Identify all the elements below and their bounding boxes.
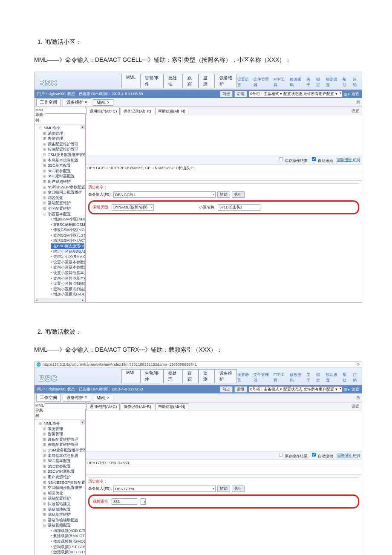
ws2-mml[interactable]: MML × [93,395,113,401]
ws-tab-workspace[interactable]: 工作空间 [36,98,61,106]
tree-leaf[interactable]: 查询载频(LST GTRX) [51,544,84,550]
tab2-trace[interactable]: 跟踪 [183,369,199,383]
tree-leaf[interactable]: 增加载频(ADD GTRX) [51,528,84,534]
tree-leaf[interactable]: 设置小区基本参数(SET GCE [51,260,84,265]
tree-leaf[interactable]: 设置小区频点扫描(SET GCE [51,281,84,286]
forward-btn2[interactable]: 前进 [220,386,233,393]
tree-node[interactable]: 设备配置维护管理 [43,437,84,442]
save-checkbox[interactable] [279,157,283,161]
tree-leaf[interactable]: 查询小区其他基本参数(LST [51,276,84,281]
m2-7[interactable]: 帮助 [343,372,349,383]
tab-monitor[interactable]: 监测 [199,74,214,88]
tree-node[interactable]: 邻区优化 [43,195,84,201]
tree-node[interactable]: 用户资源维护 [43,474,84,480]
tree-node[interactable]: BSC软参配置 [43,168,84,174]
op2-maint[interactable]: 通用维护(Alt+C) [86,403,120,410]
tree-node[interactable]: 本局基本信息配置 [43,453,84,459]
m2-8[interactable]: 注销 [353,372,359,383]
tree-node[interactable]: BSC基本配置 [43,458,84,464]
tree-leaf[interactable]: 查询小区频点扫描(LST GCE [51,286,84,292]
settings2[interactable]: 设置 [350,403,361,410]
tree-node[interactable]: 用户资源维护 [43,179,84,185]
m2-0[interactable]: 设置语言 [237,372,251,383]
tab2-device[interactable]: 设备维护 [215,369,237,383]
tree-node[interactable]: BSC基本配置 [43,163,84,168]
autoscroll-checkbox[interactable] [312,157,316,161]
tree-leaf[interactable]: 去绑定小区(RMV CELLBIND) [51,254,84,260]
m2-6[interactable]: 锁定设置 [326,372,339,383]
tab2-alarm[interactable]: 告警/事件 [140,369,164,383]
tree-node[interactable]: 基站属地配置 [43,507,84,512]
menu-about[interactable]: 关于 [306,77,313,88]
op-tab-help[interactable]: 帮助信息(Alt+N) [155,108,188,115]
tree-node[interactable]: 空口帧同步配置维护 [43,485,84,491]
tree-node[interactable]: 基站配置维护 [43,496,84,501]
menu-pwd[interactable]: 修改密码 [290,77,303,88]
tree-node[interactable]: 基站载频配置 [43,523,84,528]
tree-node[interactable]: 基站传输辅助配置 [43,517,84,523]
m2-2[interactable]: FTP工具 [274,372,286,383]
tree-leaf[interactable]: 修改载频频点(MOD GTRX) [51,539,84,544]
ws2-workspace[interactable]: 工作空间 [36,394,61,402]
menu-lock[interactable]: 锁定 [316,77,323,88]
tree-leaf[interactable]: 在BSC侧删除GSM小区(RMV [51,222,84,228]
tree-node[interactable]: GSM业务配置维护管理 [43,448,84,453]
tab-alarm[interactable]: 告警/事件 [140,74,164,88]
tree-leaf[interactable]: 查询小区基本参数(LST GCE [51,265,84,270]
back-btn2[interactable]: 后退 [234,386,247,393]
tree-leaf[interactable]: 增加小区频点(ADD GCELLFR [51,292,84,297]
op2-log[interactable]: 操作记录(Alt+R) [121,403,154,410]
tree-leaf[interactable]: 修改GSM小区(MOD GCELL) [51,227,84,233]
m2-1[interactable]: 文件管理器 [254,372,270,383]
aux-btn2[interactable]: 辅助 [217,486,230,492]
tree-leaf[interactable]: 绑定小区到基站(ADD CELLB [51,249,84,254]
tree-leaf[interactable]: 激活GSM小区(ACT GCELL) [51,238,84,243]
auto-cb2[interactable] [312,453,316,457]
scroll-up2[interactable]: ▴ [81,420,85,425]
quick-link2[interactable]: 速查 [352,387,359,392]
tree-node[interactable]: 小区配置维护 [43,206,84,211]
tab2-mml[interactable]: MML [121,369,140,383]
menu-ftp[interactable]: FTP工具 [274,77,286,88]
tree-node[interactable]: 系统管理 [43,131,84,136]
aux-btn[interactable]: 辅助 [217,191,230,198]
tree-node[interactable]: BSC定时器配置 [43,173,84,179]
forward-btn[interactable]: 前进 [220,91,233,97]
tab-batch[interactable]: 批处理 [164,74,183,88]
ws2-device[interactable]: 设备维护 × [63,394,91,402]
back-btn[interactable]: 后退 [234,91,247,97]
refresh-icon[interactable]: ⟳ [357,362,360,367]
tree-node[interactable]: 空口帧同步配置维护 [43,190,84,195]
m2-4[interactable]: 关于 [306,372,313,383]
tree-node[interactable]: 本局基本信息配置 [43,158,84,163]
tree-leaf[interactable]: 查询GSM小区(LST GCELL) [51,233,84,238]
menu-file[interactable]: 文件管理器 [254,77,270,88]
op-tab-log[interactable]: 操作记录(Alt+R) [121,108,154,115]
m2-5[interactable]: 锁定 [316,372,323,383]
tree-node[interactable]: 告警管理 [43,136,84,142]
exec-btn[interactable]: 执行 [232,191,245,198]
tree-leaf[interactable]: 激活载频(ACT GTRX) [51,549,84,555]
clear2[interactable]: 清除报告 (F6) [337,453,360,458]
tree2-root[interactable]: MML命令 [39,421,84,426]
tree-node[interactable]: GSM业务配置维护管理 [43,152,84,158]
tree-node[interactable]: BSC软参配置 [43,464,84,469]
tree-node[interactable]: 传输配置维护管理 [43,147,84,152]
index-type-select[interactable]: BYNAME(按照名称) [112,204,154,211]
menu-help[interactable]: 帮助 [343,77,349,88]
tree-node[interactable]: 设备配置维护管理 [43,142,84,147]
menu-lockset[interactable]: 锁定设置 [326,77,339,88]
tree-hscroll[interactable]: ◂▸ [35,298,85,302]
quick-link[interactable]: 速查 [352,91,359,97]
tree-node[interactable]: 小区基本配置 [43,211,84,217]
ws-tab-mml[interactable]: MML × [93,99,113,106]
ws-tab-device[interactable]: 设备维护 × [63,98,91,106]
scroll-up-icon[interactable]: ▴ [81,125,85,129]
tree-node[interactable]: 基站配置维护 [43,200,84,206]
save-cb2[interactable] [279,453,283,457]
settings-link[interactable]: 设置 [350,108,361,115]
menu-logout[interactable]: 注销 [353,77,359,88]
clear-report-link[interactable]: 清除报告 (F6) [337,157,360,163]
tree-leaf[interactable]: 删除载频(RMV GTRX) [51,533,84,539]
mode-select2[interactable]: 0号柜：主备模式 ▾ 配置状态态 允许所有用户配置 ▾ [249,386,342,393]
